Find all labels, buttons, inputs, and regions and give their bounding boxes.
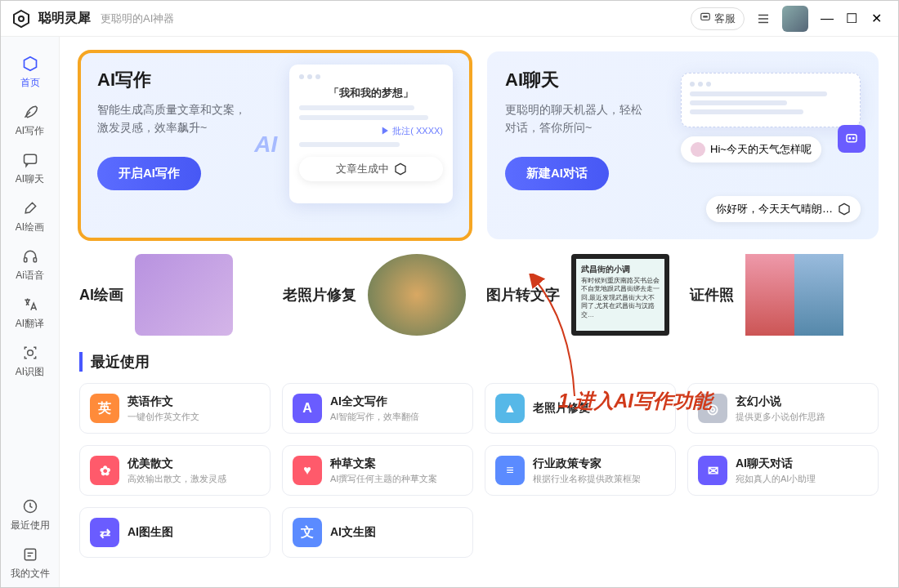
svg-rect-13 xyxy=(34,258,36,262)
chip-sub: AI撰写任何主题的种草文案 xyxy=(330,473,437,485)
chip-title: 优美散文 xyxy=(127,457,226,471)
hero-chat-card[interactable]: AI聊天 更聪明的聊天机器人，轻松对话，答你所问~ 新建AI对话 xyxy=(487,51,879,239)
chip-sub: 高效输出散文，激发灵感 xyxy=(127,473,226,485)
chip-icon: ♥ xyxy=(293,456,322,485)
chip-sub: 提供更多小说创作思路 xyxy=(736,411,825,423)
hero-chat-title: AI聊天 xyxy=(505,68,690,92)
chip-icon: ▲ xyxy=(495,394,525,423)
draw-thumb xyxy=(135,254,233,336)
chip-icon: A xyxy=(293,394,322,423)
svg-rect-16 xyxy=(25,549,35,559)
recent-chip-8[interactable]: ⇄ AI图生图 xyxy=(79,507,271,558)
chat-mock xyxy=(681,73,861,127)
card-id-photo[interactable]: 证件照 xyxy=(690,254,879,336)
chip-icon: ⇄ xyxy=(90,518,119,547)
chat-bubble-icon xyxy=(21,151,39,169)
chip-sub: 根据行业名称提供政策框架 xyxy=(533,473,641,485)
id-thumb xyxy=(745,254,843,336)
chip-icon: ✉ xyxy=(698,456,727,485)
recent-chip-0[interactable]: 英 英语作文 一键创作英文作文 xyxy=(79,383,271,434)
app-subtitle: 更聪明的AI神器 xyxy=(101,11,174,26)
sidebar-item-draw[interactable]: AI绘画 xyxy=(1,193,59,241)
card-ai-draw[interactable]: AI绘画 xyxy=(79,254,268,336)
sidebar-item-ocr[interactable]: AI识图 xyxy=(1,337,59,385)
recent-section-title: 最近使用 xyxy=(79,352,879,372)
chip-sub: 宛如真人的AI小助理 xyxy=(736,473,816,485)
scan-icon xyxy=(21,344,39,362)
chip-sub: 一键创作英文作文 xyxy=(127,411,199,423)
chat-icon xyxy=(700,11,711,25)
chat-assist-icon xyxy=(838,125,865,153)
avatar-icon xyxy=(691,142,705,157)
svg-rect-19 xyxy=(847,135,857,142)
chip-title: AI图生图 xyxy=(127,525,173,540)
chat-bubble-2: 你好呀，今天天气晴朗… xyxy=(706,196,861,222)
ocr-thumb: 武昌街的小调 有时候到重庆南路买书总会不自觉地跟武昌街绑去走一回,最近发现武昌街… xyxy=(571,254,669,336)
recent-chip-1[interactable]: A AI全文写作 AI智能写作，效率翻倍 xyxy=(282,383,473,434)
sidebar-item-home[interactable]: 首页 xyxy=(1,48,59,96)
svg-point-5 xyxy=(706,16,707,17)
feather-icon xyxy=(21,103,39,121)
svg-point-3 xyxy=(704,16,704,17)
hero-chat-desc: 更聪明的聊天机器人，轻松对话，答你所问~ xyxy=(505,100,690,137)
svg-marker-17 xyxy=(396,163,405,174)
titlebar: 聪明灵犀 更聪明的AI神器 客服 — ☐ ✕ xyxy=(1,1,898,37)
sidebar-item-chat[interactable]: AI聊天 xyxy=(1,145,59,193)
recent-chip-4[interactable]: ✿ 优美散文 高效输出散文，激发灵感 xyxy=(79,445,271,496)
sidebar-item-voice[interactable]: Ai语音 xyxy=(1,241,59,289)
close-button[interactable]: ✕ xyxy=(864,7,888,31)
hero-write-title: AI写作 xyxy=(97,68,282,92)
menu-icon[interactable] xyxy=(751,7,776,31)
annotation-text: 1.进入AI写作功能 xyxy=(558,388,712,414)
support-button[interactable]: 客服 xyxy=(691,7,745,30)
recent-chip-9[interactable]: 文 AI文生图 xyxy=(282,507,473,558)
svg-point-1 xyxy=(19,16,24,21)
chip-title: AI全文写作 xyxy=(330,394,419,409)
write-doc-mock: 「我和我的梦想」 ▶ 批注( XXXX) 文章生成中 xyxy=(289,65,453,203)
svg-point-20 xyxy=(849,138,851,140)
recent-chip-7[interactable]: ✉ AI聊天对话 宛如真人的AI小助理 xyxy=(687,445,879,496)
svg-point-14 xyxy=(27,350,33,356)
sidebar-item-write[interactable]: AI写作 xyxy=(1,96,59,145)
hero-write-card[interactable]: AI写作 智能生成高质量文章和文案，激发灵感，效率飙升~ 开启AI写作 AI 「… xyxy=(79,51,471,239)
start-write-button[interactable]: 开启AI写作 xyxy=(97,157,201,190)
card-photo-restore[interactable]: 老照片修复 xyxy=(283,254,472,336)
recent-chip-6[interactable]: ≡ 行业政策专家 根据行业名称提供政策框架 xyxy=(485,445,676,496)
translate-icon xyxy=(21,296,39,314)
start-chat-button[interactable]: 新建AI对话 xyxy=(505,157,609,190)
svg-marker-9 xyxy=(24,57,36,71)
svg-rect-12 xyxy=(24,258,26,262)
headphone-icon xyxy=(21,247,39,265)
svg-point-4 xyxy=(704,16,705,17)
maximize-button[interactable]: ☐ xyxy=(839,7,864,31)
brush-icon xyxy=(21,199,39,217)
ai-badge: AI xyxy=(254,131,277,158)
svg-marker-18 xyxy=(839,203,849,214)
sidebar: 首页 AI写作 AI聊天 AI绘画 Ai语音 AI翻译 xyxy=(1,37,60,587)
chip-title: 种草文案 xyxy=(330,457,437,471)
sidebar-item-recent[interactable]: 最近使用 xyxy=(1,491,59,539)
sidebar-item-translate[interactable]: AI翻译 xyxy=(1,289,59,337)
clock-icon xyxy=(21,497,39,515)
folder-icon xyxy=(21,546,39,564)
minimize-button[interactable]: — xyxy=(815,7,839,31)
chat-bubble-1: Hi~今天的天气怎样呢 xyxy=(681,136,821,163)
card-ocr[interactable]: 图片转文字 武昌街的小调 有时候到重庆南路买书总会不自觉地跟武昌街绑去走一回,最… xyxy=(486,254,675,336)
app-logo-icon xyxy=(11,8,32,29)
recent-chip-5[interactable]: ♥ 种草文案 AI撰写任何主题的种草文案 xyxy=(282,445,473,496)
chip-title: AI聊天对话 xyxy=(736,457,816,471)
chip-sub: AI智能写作，效率翻倍 xyxy=(330,411,419,423)
recent-chip-3[interactable]: ◎ 玄幻小说 提供更多小说创作思路 xyxy=(687,383,879,434)
chip-icon: ✿ xyxy=(90,456,119,485)
chip-icon: 文 xyxy=(293,518,322,547)
svg-point-21 xyxy=(853,138,855,140)
svg-rect-11 xyxy=(24,154,36,163)
chip-title: AI文生图 xyxy=(330,525,376,540)
chip-icon: 英 xyxy=(90,394,119,423)
home-icon xyxy=(21,55,39,73)
sidebar-item-files[interactable]: 我的文件 xyxy=(1,539,59,587)
chip-title: 行业政策专家 xyxy=(533,457,641,471)
chip-title: 英语作文 xyxy=(127,394,199,409)
svg-marker-0 xyxy=(14,11,29,27)
user-avatar[interactable] xyxy=(782,6,808,32)
